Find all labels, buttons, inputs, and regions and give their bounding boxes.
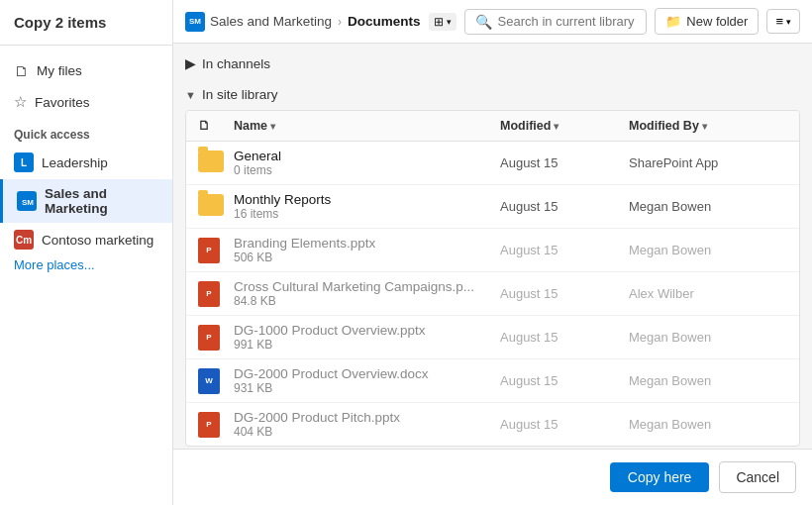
search-icon: 🔍	[475, 14, 492, 30]
file-icon: 🗋	[14, 62, 29, 79]
file-modified: August 15	[500, 199, 629, 214]
file-modified: August 15	[500, 330, 629, 345]
file-modified-by: Megan Bowen	[629, 330, 787, 345]
in-channels-chevron-icon: ▶	[185, 55, 196, 71]
table-header: 🗋 Name ▾ Modified ▾ Modified By ▾	[186, 111, 799, 142]
in-channels-label: In channels	[202, 56, 270, 71]
grid-icon: ⊞	[434, 15, 444, 29]
file-modified-by: Megan Bowen	[629, 373, 787, 388]
row-icon: P	[198, 325, 234, 351]
file-modified-by: Alex Wilber	[629, 286, 787, 301]
nav-item-leadership-label: Leadership	[42, 155, 108, 170]
file-modified: August 15	[500, 155, 629, 170]
new-folder-button[interactable]: 📁 New folder	[655, 8, 759, 35]
breadcrumb-site-name: Sales and Marketing	[210, 14, 332, 29]
file-name: General	[234, 149, 500, 163]
breadcrumb: SM Sales and Marketing › Documents ⊞ ▾	[185, 12, 457, 32]
file-modified: August 15	[500, 243, 629, 257]
breadcrumb-separator: ›	[338, 15, 342, 29]
nav-item-sales-marketing[interactable]: SM Sales and Marketing	[0, 179, 172, 223]
file-name-cell: DG-1000 Product Overview.pptx 991 KB	[234, 323, 500, 352]
table-row[interactable]: General 0 items August 15 SharePoint App	[186, 142, 799, 185]
in-site-library-chevron-icon: ▼	[185, 89, 196, 101]
file-name: Branding Elements.pptx	[234, 236, 500, 251]
table-row[interactable]: P Branding Elements.pptx 506 KB August 1…	[186, 229, 799, 272]
file-name-cell: General 0 items	[234, 149, 500, 177]
svg-text:SM: SM	[22, 198, 34, 207]
contoso-site-icon: Cm	[14, 230, 34, 250]
quick-access-label: Quick access	[0, 118, 172, 146]
file-subtext: 0 items	[234, 163, 500, 177]
file-modified-by: Megan Bowen	[629, 199, 787, 214]
file-subtext: 16 items	[234, 207, 500, 221]
row-icon	[198, 194, 234, 219]
file-table: 🗋 Name ▾ Modified ▾ Modified By ▾	[185, 110, 800, 447]
col-header-name[interactable]: Name ▾	[234, 119, 500, 133]
in-site-library-label: In site library	[202, 87, 278, 102]
table-row[interactable]: W DG-2000 Product Overview.docx 931 KB A…	[186, 359, 799, 403]
view-toggle[interactable]: ⊞ ▾	[429, 13, 457, 31]
breadcrumb-current-label: Documents	[348, 14, 421, 29]
table-row[interactable]: Monthly Reports 16 items August 15 Megan…	[186, 185, 799, 229]
search-box[interactable]: 🔍	[464, 9, 648, 35]
row-icon	[198, 151, 234, 175]
menu-button[interactable]: ≡ ▾	[766, 9, 800, 34]
file-subtext: 506 KB	[234, 251, 500, 264]
menu-icon: ≡	[775, 14, 783, 29]
file-subtext: 931 KB	[234, 381, 500, 395]
col-header-modified[interactable]: Modified ▾	[500, 119, 629, 133]
file-modified: August 15	[500, 286, 629, 301]
table-row[interactable]: P Cross Cultural Marketing Campaigns.p..…	[186, 272, 799, 316]
breadcrumb-site-icon: SM	[185, 12, 205, 32]
file-name-cell: Branding Elements.pptx 506 KB	[234, 236, 500, 264]
left-panel: Copy 2 items 🗋 My files ☆ Favorites Quic…	[0, 0, 173, 505]
name-sort-icon: ▾	[270, 121, 275, 132]
more-places-link[interactable]: More places...	[0, 252, 109, 278]
file-name: Cross Cultural Marketing Campaigns.p...	[234, 279, 500, 294]
col-header-icon: 🗋	[198, 119, 234, 133]
left-nav: 🗋 My files ☆ Favorites Quick access L Le…	[0, 46, 172, 282]
row-icon: W	[198, 368, 234, 394]
file-subtext: 404 KB	[234, 425, 500, 439]
file-name: Monthly Reports	[234, 192, 500, 207]
row-icon: P	[198, 281, 234, 307]
file-modified-by: SharePoint App	[629, 155, 787, 170]
nav-item-my-files[interactable]: 🗋 My files	[0, 55, 172, 86]
row-icon: P	[198, 238, 234, 263]
search-input[interactable]	[498, 14, 637, 29]
chevron-down-icon: ▾	[447, 17, 452, 27]
bottom-bar: Copy here Cancel	[173, 449, 812, 505]
in-site-library-section[interactable]: ▼ In site library	[185, 75, 800, 110]
file-modified: August 15	[500, 417, 629, 432]
breadcrumb-site: SM Sales and Marketing	[185, 12, 332, 32]
modified-by-sort-icon: ▾	[702, 121, 707, 132]
file-name-cell: DG-2000 Product Pitch.pptx 404 KB	[234, 410, 500, 439]
modified-sort-icon: ▾	[554, 121, 558, 132]
file-modified: August 15	[500, 373, 629, 388]
content-area: ▶ In channels ▼ In site library 🗋 Name ▾…	[173, 44, 812, 449]
right-panel: SM Sales and Marketing › Documents ⊞ ▾ 🔍…	[173, 0, 812, 505]
file-subtext: 84.8 KB	[234, 294, 500, 308]
nav-item-sales-marketing-label: Sales and Marketing	[45, 186, 158, 216]
file-modified-by: Megan Bowen	[629, 417, 787, 432]
new-folder-icon: 📁	[665, 14, 681, 29]
nav-item-favorites-label: Favorites	[35, 95, 90, 110]
table-row[interactable]: P DG-1000 Product Overview.pptx 991 KB A…	[186, 316, 799, 359]
copy-here-button[interactable]: Copy here	[610, 462, 710, 492]
cancel-button[interactable]: Cancel	[719, 461, 796, 493]
file-name-cell: Monthly Reports 16 items	[234, 192, 500, 221]
row-icon: P	[198, 412, 234, 438]
sales-marketing-site-icon: SM	[17, 191, 37, 211]
file-name: DG-2000 Product Overview.docx	[234, 366, 500, 381]
new-folder-label: New folder	[686, 14, 748, 29]
leadership-site-icon: L	[14, 152, 34, 172]
star-icon: ☆	[14, 93, 27, 111]
table-row[interactable]: P DG-2000 Product Pitch.pptx 404 KB Augu…	[186, 403, 799, 446]
file-name-cell: DG-2000 Product Overview.docx 931 KB	[234, 366, 500, 395]
nav-item-leadership[interactable]: L Leadership	[0, 146, 172, 179]
nav-item-favorites[interactable]: ☆ Favorites	[0, 86, 172, 118]
in-channels-section[interactable]: ▶ In channels	[185, 44, 800, 75]
file-name: DG-1000 Product Overview.pptx	[234, 323, 500, 338]
col-header-modified-by[interactable]: Modified By ▾	[629, 119, 787, 133]
nav-item-my-files-label: My files	[37, 63, 82, 78]
